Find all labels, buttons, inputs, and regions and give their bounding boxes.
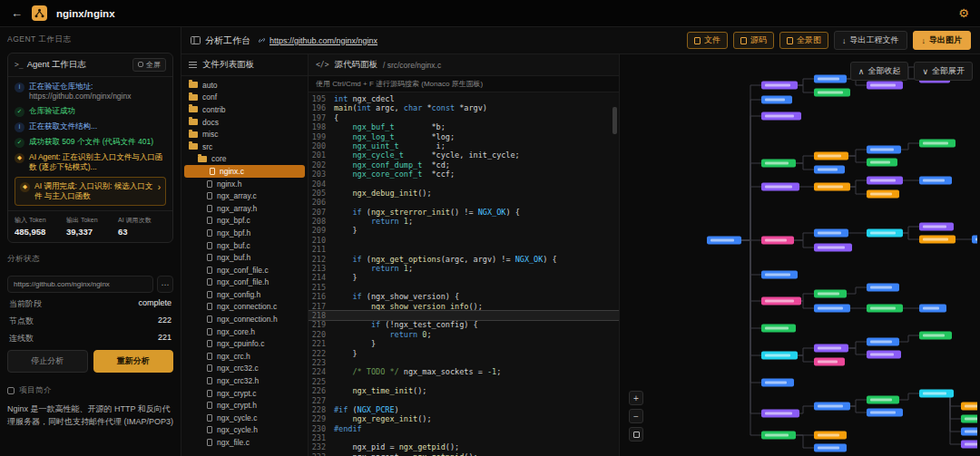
- code-line[interactable]: 233 ngx_parent = ngx_getppid();: [309, 452, 619, 456]
- code-line[interactable]: 223: [309, 358, 619, 367]
- code-line[interactable]: 224 /* TODO */ ngx_max_sockets = -1;: [309, 367, 619, 376]
- code-line[interactable]: 209 }: [309, 226, 619, 235]
- view-button-文件[interactable]: 文件: [687, 32, 728, 49]
- folder-item-docs[interactable]: docs: [181, 116, 308, 129]
- back-button[interactable]: ←: [11, 6, 23, 20]
- code-line[interactable]: 217 ngx_show_version_info();: [309, 302, 619, 311]
- code-line[interactable]: 216 if (ngx_show_version) {: [309, 292, 619, 301]
- file-item-ngx_crc32.h[interactable]: ngx_crc32.h: [181, 374, 308, 387]
- file-item-ngx_buf.h[interactable]: ngx_buf.h: [181, 251, 308, 264]
- export-project-button[interactable]: ↓导出工程文件: [834, 31, 907, 50]
- code-line[interactable]: 215: [309, 283, 619, 292]
- file-item-ngx_array.h[interactable]: ngx_array.h: [181, 202, 308, 215]
- file-item-ngx_connection.h[interactable]: ngx_connection.h: [181, 313, 308, 325]
- code-line[interactable]: 206: [309, 198, 619, 207]
- file-item-ngx_cycle.h[interactable]: ngx_cycle.h: [181, 424, 308, 437]
- view-button-源码[interactable]: 源码: [733, 32, 774, 49]
- code-line[interactable]: 228#if (NGX_PCRE): [309, 405, 619, 414]
- graph-edge: [850, 406, 867, 412]
- code-line[interactable]: 231: [309, 433, 619, 442]
- graph-node-label: [818, 232, 841, 235]
- file-item-ngx_cpuinfo.c[interactable]: ngx_cpuinfo.c: [181, 337, 308, 350]
- file-item-nginx.h[interactable]: nginx.h: [181, 178, 308, 190]
- folder-item-src[interactable]: src: [181, 141, 308, 153]
- code-line[interactable]: 232 ngx_pid = ngx_getpid();: [309, 442, 619, 451]
- code-line[interactable]: 199 ngx_log_t *log;: [309, 132, 619, 141]
- rerun-analysis-button[interactable]: 重新分析: [93, 350, 174, 373]
- repo-url-field[interactable]: https://github.com/nginx/nginx: [7, 276, 153, 293]
- tree-item-label: ngx_crc32.h: [217, 376, 259, 385]
- code-line[interactable]: 197{: [309, 113, 619, 122]
- graph-edge: [848, 156, 867, 162]
- code-line[interactable]: 196main(int argc, char *const *argv): [309, 103, 619, 112]
- file-item-ngx_array.c[interactable]: ngx_array.c: [181, 189, 308, 202]
- file-item-ngx_bpf.h[interactable]: ngx_bpf.h: [181, 227, 308, 239]
- code-editor[interactable]: 195int ngx_cdecl196main(int argc, char *…: [309, 92, 619, 456]
- code-line[interactable]: 211: [309, 245, 619, 254]
- code-line[interactable]: 204: [309, 179, 619, 189]
- code-line[interactable]: 195int ngx_cdecl: [309, 94, 619, 103]
- chevron-right-icon: ›: [158, 181, 161, 193]
- view-button-全景图[interactable]: 全景图: [779, 32, 828, 49]
- project-description: Nginx 是一款高性能、开源的 HTTP 和反向代理服务器，同时也支持邮件代理…: [7, 403, 173, 429]
- file-item-ngx_crypt.c[interactable]: ngx_crypt.c: [181, 387, 308, 400]
- code-line[interactable]: 207 if (ngx_strerror_init() != NGX_OK) {: [309, 208, 619, 217]
- code-line[interactable]: 221 }: [309, 339, 619, 348]
- tree-item-label: ngx_core.h: [217, 327, 255, 336]
- fullscreen-button[interactable]: 全屏: [132, 58, 166, 72]
- fit-view-button[interactable]: [629, 427, 643, 441]
- file-item-ngx_conf_file.h[interactable]: ngx_conf_file.h: [181, 277, 308, 289]
- export-image-button[interactable]: ↓导出图片: [913, 31, 972, 50]
- code-line[interactable]: 212 if (ngx_get_options(argc, argv) != N…: [309, 255, 619, 264]
- log-item[interactable]: ◆AI 调用完成: 入口识别: 候选入口文件 与主入口函数›: [15, 177, 166, 206]
- folder-item-core[interactable]: core: [181, 153, 308, 166]
- file-item-nginx.c[interactable]: nginx.c: [184, 165, 305, 178]
- settings-gear-icon[interactable]: ⚙: [958, 6, 969, 20]
- file-item-ngx_buf.c[interactable]: ngx_buf.c: [181, 239, 308, 252]
- code-line[interactable]: 201 ngx_cycle_t *cycle, init_cycle;: [309, 150, 619, 160]
- book-icon: [7, 387, 15, 394]
- code-line[interactable]: 208 return 1;: [309, 217, 619, 226]
- code-line[interactable]: 203 ngx_core_conf_t *ccf;: [309, 170, 619, 179]
- file-item-ngx_bpf.c[interactable]: ngx_bpf.c: [181, 215, 308, 228]
- code-line[interactable]: 213 return 1;: [309, 264, 619, 273]
- file-item-ngx_core.h[interactable]: ngx_core.h: [181, 325, 308, 338]
- code-line[interactable]: 205 ngx_debug_init();: [309, 189, 619, 198]
- code-line[interactable]: 214 }: [309, 273, 619, 282]
- code-line[interactable]: 227: [309, 396, 619, 405]
- code-line[interactable]: 210: [309, 236, 619, 245]
- code-line[interactable]: 230#endif: [309, 424, 619, 433]
- zoom-out-button[interactable]: −: [629, 409, 643, 423]
- graph-edge: [741, 187, 761, 240]
- folder-item-auto[interactable]: auto: [181, 79, 308, 92]
- dependency-graph[interactable]: [620, 54, 977, 456]
- code-line[interactable]: 226 ngx_time_init();: [309, 386, 619, 395]
- code-line[interactable]: 200 ngx_uint_t i;: [309, 141, 619, 150]
- repo-link[interactable]: https://github.com/nginx/nginx: [258, 36, 377, 45]
- file-item-ngx_cycle.c[interactable]: ngx_cycle.c: [181, 412, 308, 424]
- code-line[interactable]: 225: [309, 377, 619, 386]
- code-line[interactable]: 202 ngx_conf_dump_t *cd;: [309, 160, 619, 170]
- file-item-ngx_file.c[interactable]: ngx_file.c: [181, 436, 308, 449]
- stop-analysis-button[interactable]: 停止分析: [7, 350, 88, 373]
- code-line[interactable]: 198 ngx_buf_t *b;: [309, 122, 619, 131]
- collapse-all-button[interactable]: ∧全部收起: [850, 62, 909, 81]
- file-item-ngx_connection.c[interactable]: ngx_connection.c: [181, 301, 308, 314]
- folder-item-misc[interactable]: misc: [181, 128, 308, 141]
- file-item-ngx_config.h[interactable]: ngx_config.h: [181, 288, 308, 301]
- folder-item-conf[interactable]: conf: [181, 92, 308, 104]
- file-item-ngx_conf_file.c[interactable]: ngx_conf_file.c: [181, 264, 308, 277]
- zoom-in-button[interactable]: +: [629, 391, 643, 405]
- code-line[interactable]: 229 ngx_regex_init();: [309, 414, 619, 423]
- scrollbar-thumb[interactable]: [612, 107, 617, 134]
- code-line[interactable]: 218: [309, 311, 619, 320]
- file-item-ngx_crypt.h[interactable]: ngx_crypt.h: [181, 399, 308, 412]
- file-item-ngx_crc.h[interactable]: ngx_crc.h: [181, 350, 308, 363]
- url-menu-button[interactable]: ⋯: [157, 276, 173, 293]
- expand-all-button[interactable]: ∨全部展开: [914, 62, 973, 81]
- code-line[interactable]: 219 if (!ngx_test_config) {: [309, 320, 619, 329]
- folder-item-contrib[interactable]: contrib: [181, 103, 308, 116]
- file-item-ngx_crc32.c[interactable]: ngx_crc32.c: [181, 363, 308, 375]
- code-line[interactable]: 220 return 0;: [309, 330, 619, 339]
- code-line[interactable]: 222 }: [309, 349, 619, 358]
